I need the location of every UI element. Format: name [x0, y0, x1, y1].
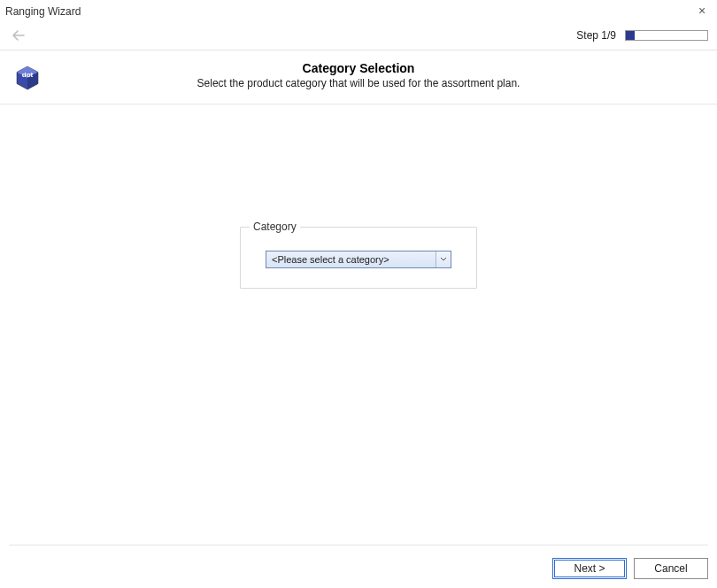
next-button[interactable]: Next >: [552, 558, 627, 579]
wizard-header: dot Category Selection Select the produc…: [0, 50, 717, 104]
wizard-footer: Next > Cancel: [0, 545, 717, 588]
step-progress-fill: [626, 31, 635, 40]
back-button[interactable]: [11, 27, 27, 43]
footer-buttons: Next > Cancel: [9, 556, 708, 579]
step-row: Step 1/9: [0, 23, 717, 50]
category-select-toggle[interactable]: [436, 251, 451, 267]
step-label: Step 1/9: [576, 29, 616, 42]
titlebar: Ranging Wizard ×: [0, 0, 717, 23]
wizard-window: Ranging Wizard × Step 1/9 dot Categor: [0, 0, 717, 588]
app-logo: dot: [14, 65, 41, 91]
cancel-button[interactable]: Cancel: [634, 558, 708, 579]
category-group-label: Category: [250, 220, 300, 233]
category-select-value: <Please select a category>: [266, 251, 436, 267]
wizard-body: Category <Please select a category>: [0, 104, 717, 530]
wizard-header-text: Category Selection Select the product ca…: [53, 61, 703, 89]
window-title: Ranging Wizard: [5, 5, 81, 18]
step-progress: [625, 30, 708, 41]
category-group: Category <Please select a category>: [240, 227, 477, 289]
svg-text:dot: dot: [22, 71, 34, 79]
chevron-down-icon: [440, 257, 447, 262]
page-title: Category Selection: [53, 61, 664, 75]
page-subtitle: Select the product category that will be…: [53, 77, 664, 89]
arrow-left-icon: [12, 30, 25, 41]
category-select[interactable]: <Please select a category>: [266, 251, 451, 268]
close-icon: ×: [698, 4, 705, 18]
hexagon-icon: dot: [14, 65, 41, 91]
close-button[interactable]: ×: [694, 4, 710, 19]
divider: [9, 545, 708, 545]
